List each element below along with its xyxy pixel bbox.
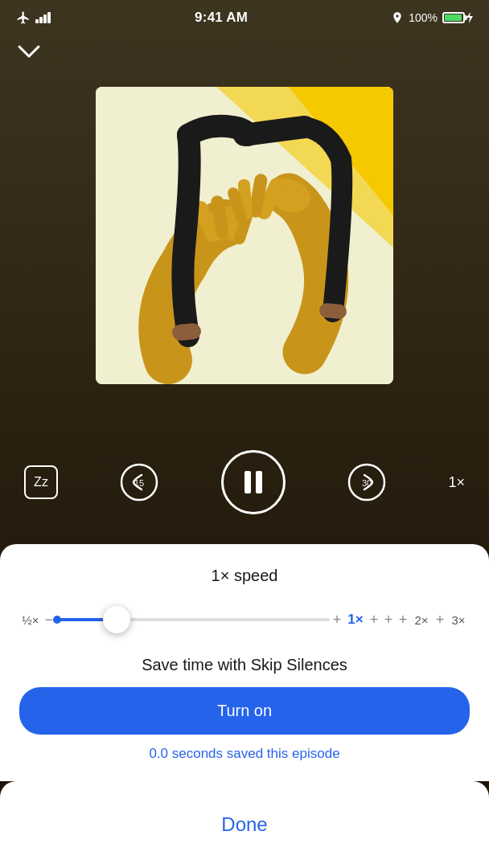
done-panel: Done: [0, 781, 489, 868]
speed-slider-row: ½× − + 1× + + + 2× + 3×: [19, 600, 470, 640]
speed-plus-btn-4[interactable]: +: [396, 612, 410, 628]
battery-indicator: [442, 12, 473, 23]
skip-forward-button[interactable]: 30: [347, 462, 387, 502]
status-bar: 9:41 AM 100%: [0, 0, 489, 35]
pause-bar-right: [256, 471, 262, 493]
airplane-icon: [16, 10, 31, 25]
signal-icon: [35, 12, 51, 23]
speed-plus-btn-5[interactable]: +: [433, 612, 447, 628]
svg-text:15: 15: [134, 478, 144, 488]
speed-2x: 2×: [410, 613, 433, 627]
battery-percent: 100%: [409, 11, 438, 24]
speed-plus-btn-3[interactable]: +: [381, 612, 396, 628]
skip-back-button[interactable]: 15: [119, 462, 159, 502]
track-dot: [53, 616, 61, 624]
skip-silences-title: Save time with Skip Silences: [19, 656, 470, 674]
speed-panel-title: 1× speed: [19, 567, 470, 585]
turn-on-button[interactable]: Turn on: [19, 687, 470, 735]
svg-rect-1: [39, 17, 43, 23]
done-button[interactable]: Done: [221, 813, 267, 836]
pause-button[interactable]: [221, 450, 286, 514]
speed-panel: 1× speed ½× − + 1× + + + 2× + 3× Save ti…: [0, 544, 489, 781]
charging-icon: [466, 12, 473, 23]
player-controls: Zz 15 30 1×: [0, 450, 489, 514]
pause-icon: [244, 471, 262, 493]
album-artwork: [96, 87, 393, 384]
speed-3x: 3×: [447, 613, 470, 627]
speed-thumb[interactable]: [103, 606, 130, 633]
seconds-saved-text: 0.0 seconds saved this episode: [19, 746, 470, 762]
svg-rect-2: [43, 14, 47, 23]
status-left: [16, 10, 51, 25]
album-art: [96, 87, 393, 384]
svg-marker-4: [466, 12, 473, 23]
location-icon: [391, 11, 404, 24]
svg-rect-3: [47, 12, 51, 23]
svg-text:30: 30: [362, 478, 372, 488]
status-right: 100%: [391, 11, 473, 24]
album-art-container: [96, 87, 393, 384]
status-time: 9:41 AM: [195, 10, 248, 26]
speed-button[interactable]: 1×: [448, 474, 465, 491]
speed-plus-btn-2[interactable]: +: [367, 612, 381, 628]
sleep-timer-button[interactable]: Zz: [24, 465, 58, 499]
speed-half: ½×: [19, 613, 42, 627]
pause-bar-left: [244, 471, 251, 493]
svg-rect-0: [35, 19, 39, 23]
back-button[interactable]: [16, 42, 42, 64]
sleep-label[interactable]: Zz: [24, 465, 58, 499]
speed-plus-btn-1[interactable]: +: [330, 612, 344, 628]
speed-1x-active: 1×: [344, 612, 367, 628]
speed-track: [56, 618, 330, 621]
